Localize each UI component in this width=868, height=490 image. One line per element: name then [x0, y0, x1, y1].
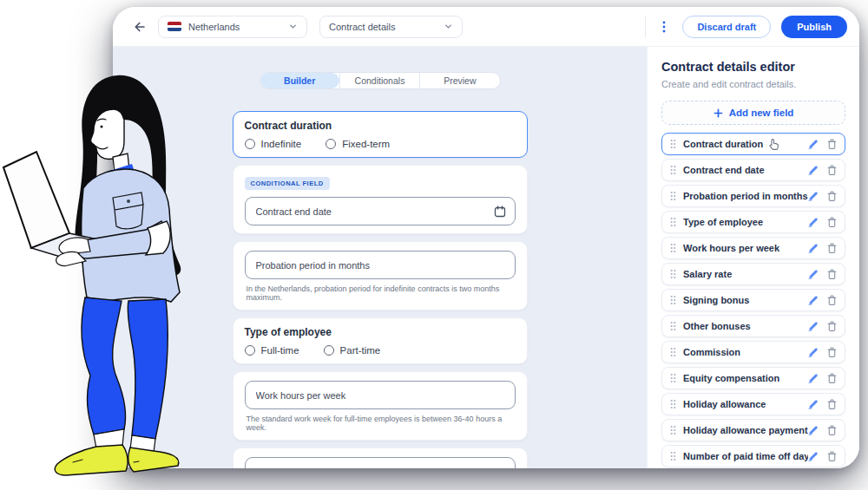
field-list-item[interactable]: Commission	[661, 341, 845, 363]
edit-field-button[interactable]	[808, 165, 819, 175]
edit-field-button[interactable]	[808, 295, 819, 305]
delete-field-button[interactable]	[827, 425, 837, 435]
more-options-button[interactable]	[656, 18, 672, 36]
drag-handle-icon[interactable]	[670, 347, 676, 357]
salary-rate-card[interactable]: Salary rate	[233, 448, 528, 468]
discard-draft-button[interactable]: Discard draft	[682, 16, 771, 38]
contract-duration-card[interactable]: Contract duration Indefinite Fixed-term	[233, 111, 528, 158]
trash-icon	[827, 425, 837, 435]
field-list-item[interactable]: Number of paid time off days	[661, 445, 845, 467]
probation-period-input[interactable]	[245, 251, 516, 279]
radio-full-time[interactable]: Full-time	[245, 345, 299, 356]
contract-duration-label: Contract duration	[245, 120, 516, 132]
publish-button[interactable]: Publish	[781, 16, 847, 38]
add-new-field-label: Add new field	[729, 108, 794, 118]
drag-handle-icon[interactable]	[670, 373, 676, 383]
field-list-item[interactable]: Holiday allowance	[661, 393, 845, 415]
drag-handle-icon[interactable]	[670, 295, 676, 305]
trash-icon	[827, 243, 837, 253]
delete-field-button[interactable]	[827, 269, 837, 279]
trash-icon	[827, 139, 837, 149]
pencil-icon	[808, 399, 819, 409]
delete-field-button[interactable]	[827, 295, 837, 305]
drag-handle-icon[interactable]	[670, 139, 676, 149]
drag-handle-icon[interactable]	[670, 451, 676, 461]
delete-field-button[interactable]	[827, 165, 837, 175]
field-item-label: Signing bonus	[683, 295, 808, 305]
edit-field-button[interactable]	[808, 139, 819, 149]
delete-field-button[interactable]	[827, 347, 837, 357]
tab-builder[interactable]: Builder	[260, 73, 339, 88]
delete-field-button[interactable]	[827, 243, 837, 253]
add-new-field-button[interactable]: Add new field	[661, 101, 845, 125]
work-hours-input[interactable]	[245, 381, 516, 409]
edit-field-button[interactable]	[808, 425, 819, 435]
drag-handle-icon[interactable]	[670, 399, 676, 409]
radio-part-time[interactable]: Part-time	[324, 345, 381, 356]
contract-end-date-input[interactable]	[245, 197, 516, 225]
form-column: Contract duration Indefinite Fixed-term	[233, 111, 528, 468]
template-select[interactable]: Contract details	[319, 16, 463, 38]
edit-field-button[interactable]	[808, 321, 819, 331]
field-list-item[interactable]: Other bonuses	[661, 315, 845, 337]
edit-field-button[interactable]	[808, 347, 819, 357]
field-list-item[interactable]: Signing bonus	[661, 289, 845, 311]
edit-field-button[interactable]	[808, 399, 819, 409]
field-list: Contract duration	[661, 133, 845, 467]
field-item-label: Number of paid time off days	[683, 451, 808, 461]
radio-circle-icon	[245, 139, 255, 149]
edit-field-button[interactable]	[808, 217, 819, 227]
tab-preview[interactable]: Preview	[419, 73, 499, 88]
trash-icon	[827, 191, 837, 201]
radio-circle-icon	[326, 139, 336, 149]
drag-handle-icon[interactable]	[670, 321, 676, 331]
field-list-item[interactable]: Salary rate	[661, 263, 845, 285]
calendar-icon[interactable]	[494, 206, 506, 218]
field-list-item[interactable]: Contract end date	[661, 159, 845, 181]
drag-handle-icon[interactable]	[670, 269, 676, 279]
radio-indefinite[interactable]: Indefinite	[245, 139, 302, 149]
work-hours-card[interactable]: The standard work week for full-time emp…	[233, 371, 528, 441]
delete-field-button[interactable]	[827, 373, 837, 383]
pencil-icon	[808, 347, 819, 357]
pencil-icon	[808, 217, 819, 227]
field-list-item[interactable]: Holiday allowance payment fre...	[661, 419, 845, 441]
salary-rate-select[interactable]: Salary rate	[245, 457, 516, 468]
type-of-employee-card[interactable]: Type of employee Full-time Part-time	[233, 317, 528, 364]
contract-end-date-card[interactable]: CONDITIONAL FIELD	[233, 165, 528, 234]
field-item-label: Work hours per week	[683, 243, 808, 253]
delete-field-button[interactable]	[827, 139, 837, 149]
drag-handle-icon[interactable]	[670, 165, 676, 175]
pencil-icon	[808, 269, 819, 279]
field-list-item[interactable]: Work hours per week	[661, 237, 845, 259]
drag-handle-icon[interactable]	[670, 217, 676, 227]
country-select[interactable]: Netherlands	[158, 16, 307, 38]
drag-handle-icon[interactable]	[670, 425, 676, 435]
edit-field-button[interactable]	[808, 373, 819, 383]
edit-field-button[interactable]	[808, 191, 819, 201]
delete-field-button[interactable]	[827, 217, 837, 227]
radio-fixed-term[interactable]: Fixed-term	[326, 139, 390, 149]
delete-field-button[interactable]	[827, 191, 837, 201]
drag-handle-icon[interactable]	[670, 191, 676, 201]
delete-field-button[interactable]	[827, 451, 837, 461]
drag-handle-icon[interactable]	[670, 243, 676, 253]
field-list-item[interactable]: Contract duration	[661, 133, 845, 155]
edit-field-button[interactable]	[808, 451, 819, 461]
field-list-item[interactable]: Probation period in months	[661, 185, 845, 207]
edit-field-button[interactable]	[808, 243, 819, 253]
delete-field-button[interactable]	[827, 321, 837, 331]
trash-icon	[827, 165, 837, 175]
trash-icon	[827, 373, 837, 383]
field-item-label: Holiday allowance payment fre...	[683, 425, 808, 435]
field-list-item[interactable]: Type of employee	[661, 211, 845, 233]
delete-field-button[interactable]	[827, 399, 837, 409]
probation-period-card[interactable]: In the Netherlands, probation period for…	[233, 241, 528, 310]
edit-field-button[interactable]	[808, 269, 819, 279]
field-list-item[interactable]: Equity compensation	[661, 367, 845, 389]
pencil-icon	[808, 191, 819, 201]
kebab-menu-icon	[658, 20, 670, 34]
back-button[interactable]	[130, 18, 148, 36]
tab-conditionals[interactable]: Conditionals	[339, 73, 419, 88]
trash-icon	[827, 269, 837, 279]
